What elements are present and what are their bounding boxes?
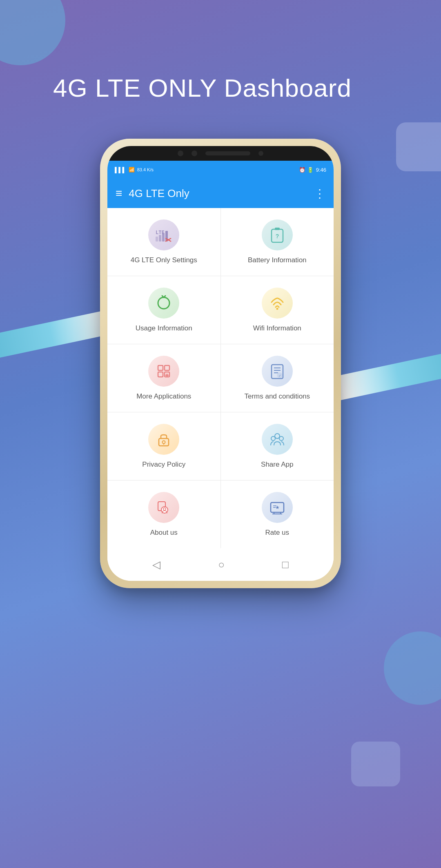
- bg-decoration-rect-tr: [396, 122, 441, 171]
- usage-info-label: Usage Information: [136, 324, 192, 332]
- grid-apps-icon: [155, 362, 173, 380]
- about-label: About us: [150, 529, 178, 537]
- terms-label: Terms and conditions: [244, 392, 310, 401]
- grid-row-4: Privacy Policy: [107, 412, 334, 480]
- status-icons: ⏰ 🔋: [299, 167, 314, 173]
- rate-label: Rate us: [265, 529, 289, 537]
- phone-mockup: ▌▌▌ 📶 83.4 K/s ⏰ 🔋 9:46 ≡ 4G LTE Only ⋮: [100, 139, 341, 588]
- battery-info-cell[interactable]: ? Battery Information: [221, 208, 334, 276]
- svg-rect-12: [165, 365, 169, 370]
- svg-text:?: ?: [275, 233, 279, 239]
- wifi-icon: [268, 294, 286, 312]
- terms-doc-icon: ✓: [268, 362, 286, 380]
- status-time: 9:46: [316, 167, 326, 173]
- phone-top-bar: [107, 146, 334, 161]
- grid-row-3: More Applications ✓: [107, 344, 334, 412]
- recent-nav-icon[interactable]: □: [282, 558, 289, 571]
- lock-icon: [155, 430, 173, 448]
- terms-icon-circle: ✓: [262, 356, 293, 387]
- svg-rect-2: [159, 235, 161, 241]
- phone-inner-screen: ▌▌▌ 📶 83.4 K/s ⏰ 🔋 9:46 ≡ 4G LTE Only ⋮: [107, 146, 334, 581]
- svg-point-10: [276, 308, 278, 310]
- battery-info-label: Battery Information: [248, 256, 307, 264]
- lte-signal-icon: LTE: [155, 226, 173, 244]
- svg-rect-23: [159, 438, 169, 446]
- svg-text:✓: ✓: [278, 374, 281, 378]
- privacy-label: Privacy Policy: [142, 461, 185, 469]
- camera-dot-left: [178, 151, 183, 156]
- ear-speaker-bar: [205, 151, 250, 155]
- front-camera-area: [178, 151, 263, 156]
- lte-settings-label: 4G LTE Only Settings: [131, 256, 197, 264]
- rate-screen-icon: ★: [268, 498, 286, 516]
- status-left: ▌▌▌ 📶 83.4 K/s: [115, 167, 154, 173]
- svg-point-27: [271, 436, 275, 441]
- app-bar-title: 4G LTE Only: [129, 187, 307, 200]
- usage-info-icon-circle: [148, 288, 179, 319]
- privacy-icon-circle: [148, 424, 179, 455]
- svg-rect-11: [158, 365, 163, 370]
- svg-rect-13: [158, 372, 163, 377]
- lte-settings-cell[interactable]: LTE 4G LTE Only Settings: [107, 208, 221, 276]
- svg-rect-3: [162, 233, 165, 241]
- camera-dot-main: [192, 151, 197, 156]
- bg-decoration-rect-bl: [351, 742, 400, 786]
- battery-info-icon-circle: ?: [262, 219, 293, 250]
- svg-rect-8: [275, 228, 280, 230]
- about-cell[interactable]: About us: [107, 480, 221, 548]
- status-right: ⏰ 🔋 9:46: [299, 167, 326, 173]
- rate-icon-circle: ★: [262, 492, 293, 523]
- about-person-icon: [155, 498, 173, 516]
- grid-row-5: About us ★: [107, 480, 334, 548]
- phone-outer-frame: ▌▌▌ 📶 83.4 K/s ⏰ 🔋 9:46 ≡ 4G LTE Only ⋮: [100, 139, 341, 588]
- navigation-bar: ◁ ○ □: [107, 548, 334, 581]
- home-nav-icon[interactable]: ○: [218, 558, 225, 571]
- terms-cell[interactable]: ✓ Terms and conditions: [221, 344, 334, 412]
- app-bar: ≡ 4G LTE Only ⋮: [107, 179, 334, 208]
- page-title: 4G LTE ONLY Dashboard: [53, 73, 352, 102]
- about-icon-circle: [148, 492, 179, 523]
- usage-info-cell[interactable]: Usage Information: [107, 276, 221, 344]
- bg-decoration-circle-tl: [0, 0, 65, 65]
- share-label: Share App: [261, 461, 293, 469]
- bg-decoration-circle-br: [384, 631, 441, 705]
- more-options-icon[interactable]: ⋮: [314, 187, 325, 200]
- share-cell[interactable]: Share App: [221, 412, 334, 480]
- grid-row-1: LTE 4G LTE Only Settings: [107, 208, 334, 276]
- status-bar: ▌▌▌ 📶 83.4 K/s ⏰ 🔋 9:46: [107, 161, 334, 179]
- wifi-info-cell[interactable]: Wifi Information: [221, 276, 334, 344]
- camera-dot-right: [258, 151, 263, 156]
- more-apps-label: More Applications: [136, 392, 191, 401]
- svg-rect-1: [156, 237, 158, 241]
- signal-icon: ▌▌▌: [115, 167, 126, 173]
- menu-grid: LTE 4G LTE Only Settings: [107, 208, 334, 548]
- privacy-cell[interactable]: Privacy Policy: [107, 412, 221, 480]
- more-apps-icon-circle: [148, 356, 179, 387]
- wifi-info-label: Wifi Information: [253, 324, 301, 332]
- grid-row-2: Usage Information Wifi Information: [107, 276, 334, 344]
- svg-text:★: ★: [275, 505, 279, 510]
- status-text: 83.4 K/s: [137, 167, 154, 172]
- svg-point-26: [275, 434, 280, 438]
- lte-settings-icon-circle: LTE: [148, 219, 179, 250]
- usage-refresh-icon: [155, 294, 173, 312]
- battery-icon: ?: [269, 226, 285, 244]
- share-people-icon: [268, 430, 286, 448]
- svg-point-28: [279, 436, 283, 441]
- share-icon-circle: [262, 424, 293, 455]
- rate-cell[interactable]: ★ Rate us: [221, 480, 334, 548]
- menu-icon[interactable]: ≡: [116, 187, 122, 200]
- status-wifi-icon: 📶: [129, 167, 135, 173]
- back-nav-icon[interactable]: ◁: [152, 558, 160, 571]
- wifi-info-icon-circle: [262, 288, 293, 319]
- svg-point-24: [163, 441, 165, 444]
- more-apps-cell[interactable]: More Applications: [107, 344, 221, 412]
